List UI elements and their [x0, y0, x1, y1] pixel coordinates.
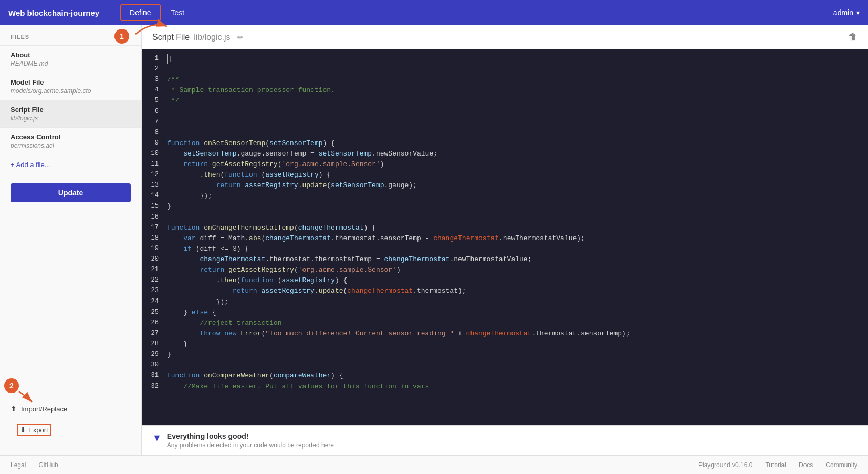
status-content: Everything looks good! Any problems dete…: [167, 432, 334, 449]
sidebar-item-script-subtitle: lib/logic.js: [11, 115, 131, 122]
add-file-button[interactable]: + Add a file...: [0, 154, 141, 175]
sidebar-item-model[interactable]: Model File models/org.acme.sample.cto: [0, 73, 141, 100]
sidebar-item-model-title: Model File: [11, 78, 131, 86]
sidebar-item-script-title: Script File: [11, 106, 131, 114]
code-line-32: 32 //Make life easier. Put all values fo…: [142, 382, 868, 392]
script-header-title: Script File: [152, 33, 190, 42]
code-line-23: 23 return assetRegistry.update(changeThe…: [142, 286, 868, 296]
code-line-17: 17 function onChangeThermostatTemp(chang…: [142, 223, 868, 233]
code-line-29: 29 }: [142, 349, 868, 360]
chevron-down-icon: ▾: [856, 9, 860, 16]
code-line-24: 24 });: [142, 297, 868, 307]
code-line-4: 4 * Sample transaction processor functio…: [142, 85, 868, 96]
status-description: Any problems detected in your code would…: [167, 441, 334, 449]
code-line-14: 14 });: [142, 191, 868, 201]
status-title: Everything looks good!: [167, 432, 334, 440]
main-layout: FILES About README.md Model File models/…: [0, 25, 868, 455]
status-icon: ▼: [152, 432, 162, 444]
code-line-12: 12 .then(function (assetRegistry) {: [142, 170, 868, 180]
code-line-9: 9 function onSetSensorTemp(setSensorTemp…: [142, 138, 868, 149]
code-line-28: 28 }: [142, 339, 868, 349]
code-line-3: 3 /**: [142, 75, 868, 85]
sidebar-item-model-subtitle: models/org.acme.sample.cto: [11, 87, 131, 95]
code-line-18: 18 var diff = Math.abs(changeThermostat.…: [142, 233, 868, 244]
code-line-30: 30: [142, 360, 868, 370]
code-line-13: 13 return assetRegistry.update(setSensor…: [142, 180, 868, 191]
sidebar-item-access[interactable]: Access Control permissions.acl: [0, 127, 141, 154]
code-line-25: 25 } else {: [142, 307, 868, 318]
code-line-8: 8: [142, 128, 868, 138]
sidebar: FILES About README.md Model File models/…: [0, 25, 142, 455]
sidebar-item-about-subtitle: README.md: [11, 60, 131, 67]
upload-icon: ⬆: [11, 405, 17, 413]
import-label: Import/Replace: [21, 405, 67, 413]
delete-icon[interactable]: 🗑: [848, 32, 857, 43]
update-button[interactable]: Update: [11, 183, 131, 202]
code-line-7: 7: [142, 117, 868, 128]
footer-version: Playground v0.16.0: [698, 461, 752, 469]
code-line-20: 20 changeThermostat.thermostat.thermosta…: [142, 254, 868, 265]
code-line-11: 11 return getAssetRegistry('org.acme.sam…: [142, 159, 868, 170]
footer: Legal GitHub Playground v0.16.0 Tutorial…: [0, 455, 868, 474]
script-header-filename: lib/logic.js: [194, 33, 230, 42]
footer-github-link[interactable]: GitHub: [38, 461, 58, 469]
code-line-26: 26 //reject transaction: [142, 318, 868, 328]
code-editor[interactable]: 1 | 2 3 /** 4 * Sample transaction proce…: [142, 49, 868, 425]
code-line-6: 6: [142, 107, 868, 117]
admin-menu[interactable]: admin ▾: [833, 8, 860, 17]
download-icon: ⬇: [20, 426, 26, 434]
footer-docs-link[interactable]: Docs: [799, 461, 813, 469]
sidebar-item-access-title: Access Control: [11, 133, 131, 141]
sidebar-item-about-title: About: [11, 51, 131, 59]
footer-right-links: Playground v0.16.0 Tutorial Docs Communi…: [698, 461, 857, 469]
annotation-badge-1: 1: [114, 29, 129, 44]
export-box: ⬇ Export: [17, 424, 51, 436]
code-line-21: 21 return getAssetRegistry('org.acme.sam…: [142, 265, 868, 275]
brand-title: Web blockchain-journey: [8, 8, 99, 17]
footer-legal-link[interactable]: Legal: [11, 461, 26, 469]
admin-label: admin: [833, 8, 853, 17]
content-area: Script File lib/logic.js ✏ 🗑 1 | 2 3 /**: [142, 25, 868, 455]
code-line-5: 5 */: [142, 96, 868, 106]
export-button[interactable]: ⬇ Export: [0, 417, 141, 442]
status-bar: ▼ Everything looks good! Any problems de…: [142, 425, 868, 455]
code-line-16: 16: [142, 212, 868, 223]
code-line-1: 1 |: [142, 54, 868, 64]
header: Web blockchain-journey Define Test admin…: [0, 0, 868, 25]
nav-test[interactable]: Test: [163, 5, 193, 20]
sidebar-bottom: 2 ⬆ Import/Replace ⬇ Export: [0, 396, 141, 447]
code-line-22: 22 .then(function (assetRegistry) {: [142, 275, 868, 286]
nav: Define Test: [120, 4, 833, 21]
code-line-10: 10 setSensorTemp.gauge.sensorTemp = setS…: [142, 149, 868, 159]
annotation-badge-2: 2: [4, 378, 19, 393]
code-line-19: 19 if (diff <= 3) {: [142, 244, 868, 254]
nav-define[interactable]: Define: [120, 4, 160, 21]
sidebar-item-about[interactable]: About README.md: [0, 45, 141, 73]
import-replace-button[interactable]: ⬆ Import/Replace: [0, 400, 141, 417]
footer-community-link[interactable]: Community: [825, 461, 857, 469]
sidebar-item-script[interactable]: Script File lib/logic.js: [0, 100, 141, 127]
sidebar-item-access-subtitle: permissions.acl: [11, 142, 131, 149]
code-line-31: 31 function onCompareWeather(compareWeat…: [142, 370, 868, 381]
script-header: Script File lib/logic.js ✏ 🗑: [142, 25, 868, 49]
export-label: Export: [28, 426, 48, 434]
code-line-2: 2: [142, 64, 868, 75]
footer-left-links: Legal GitHub: [11, 461, 58, 469]
code-line-15: 15 }: [142, 201, 868, 212]
edit-icon[interactable]: ✏: [237, 33, 244, 42]
footer-tutorial-link[interactable]: Tutorial: [765, 461, 786, 469]
code-line-27: 27 throw new Error("Too much difference!…: [142, 328, 868, 339]
